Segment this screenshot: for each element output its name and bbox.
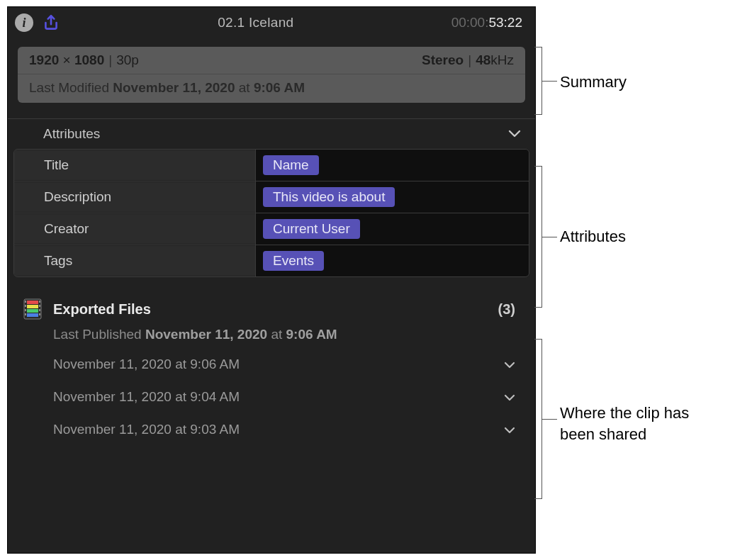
attributes-table: Title Name Description This video is abo… <box>13 149 529 277</box>
chevron-down-icon <box>504 389 515 405</box>
attr-value-tags[interactable]: Events <box>255 245 529 276</box>
attr-row-creator: Creator Current User <box>14 213 529 245</box>
share-icon[interactable] <box>42 13 60 32</box>
svg-rect-1 <box>27 301 38 304</box>
exported-files-count: (3) <box>498 301 520 318</box>
token: This video is about <box>263 187 395 207</box>
svg-rect-3 <box>27 309 38 313</box>
filmstrip-icon <box>23 298 42 320</box>
exported-files-header[interactable]: Exported Files (3) <box>23 298 520 320</box>
svg-rect-10 <box>39 309 40 311</box>
svg-rect-6 <box>39 301 40 303</box>
timecode: 00:00:53:22 <box>451 15 522 30</box>
attr-label: Tags <box>14 246 255 276</box>
token: Name <box>263 155 319 175</box>
callout-tick <box>541 419 557 420</box>
svg-rect-2 <box>27 305 38 308</box>
exported-files-title: Exported Files <box>53 301 151 318</box>
exported-file-row[interactable]: November 11, 2020 at 9:04 AM <box>23 381 520 413</box>
resolution: 1920 × 1080|30p <box>29 52 139 68</box>
svg-rect-4 <box>27 313 38 317</box>
attr-value-creator[interactable]: Current User <box>255 213 529 245</box>
attr-row-title: Title Name <box>14 150 529 181</box>
info-icon[interactable]: i <box>15 13 33 32</box>
last-published: Last Published November 11, 2020 at 9:06… <box>23 320 520 348</box>
svg-rect-7 <box>25 305 26 307</box>
svg-rect-12 <box>39 313 40 315</box>
attributes-header[interactable]: Attributes <box>8 119 535 149</box>
chevron-down-icon <box>508 126 521 142</box>
exported-files-section: Exported Files (3) Last Published Novemb… <box>8 277 535 446</box>
attr-value-description[interactable]: This video is about <box>255 181 529 213</box>
attr-value-title[interactable]: Name <box>255 150 529 181</box>
attr-row-tags: Tags Events <box>14 245 529 276</box>
summary-box: 1920 × 1080|30p Stereo|48kHz Last Modifi… <box>18 47 525 103</box>
callout-shared: Where the clip has been shared <box>560 403 723 444</box>
exported-file-row[interactable]: November 11, 2020 at 9:03 AM <box>23 413 520 446</box>
exported-file-date: November 11, 2020 at 9:03 AM <box>53 422 240 437</box>
chevron-down-icon <box>504 422 515 437</box>
exported-file-row[interactable]: November 11, 2020 at 9:06 AM <box>23 348 520 381</box>
token: Current User <box>263 219 360 239</box>
exported-file-date: November 11, 2020 at 9:04 AM <box>53 389 240 405</box>
share-inspector: i 02.1 Iceland 00:00:53:22 1920 × 1080|3… <box>7 6 536 554</box>
chevron-down-icon <box>504 357 515 372</box>
callout-summary: Summary <box>560 73 627 91</box>
inspector-header: i 02.1 Iceland 00:00:53:22 <box>8 7 535 38</box>
attr-label: Description <box>14 182 255 212</box>
audio-format: Stereo|48kHz <box>422 52 514 68</box>
callout-tick <box>541 81 557 82</box>
attr-row-description: Description This video is about <box>14 181 529 213</box>
token: Events <box>263 251 324 271</box>
callout-attributes: Attributes <box>560 228 626 246</box>
svg-rect-5 <box>25 301 26 303</box>
attr-label: Title <box>14 150 255 180</box>
svg-rect-9 <box>25 309 26 311</box>
svg-rect-8 <box>39 305 40 307</box>
clip-title: 02.1 Iceland <box>60 15 451 30</box>
attr-label: Creator <box>14 214 255 244</box>
last-modified: Last Modified November 11, 2020 at 9:06 … <box>18 74 525 103</box>
callout-tick <box>541 237 557 237</box>
exported-file-date: November 11, 2020 at 9:06 AM <box>53 357 240 372</box>
attributes-label: Attributes <box>43 126 100 142</box>
svg-rect-11 <box>25 313 26 315</box>
